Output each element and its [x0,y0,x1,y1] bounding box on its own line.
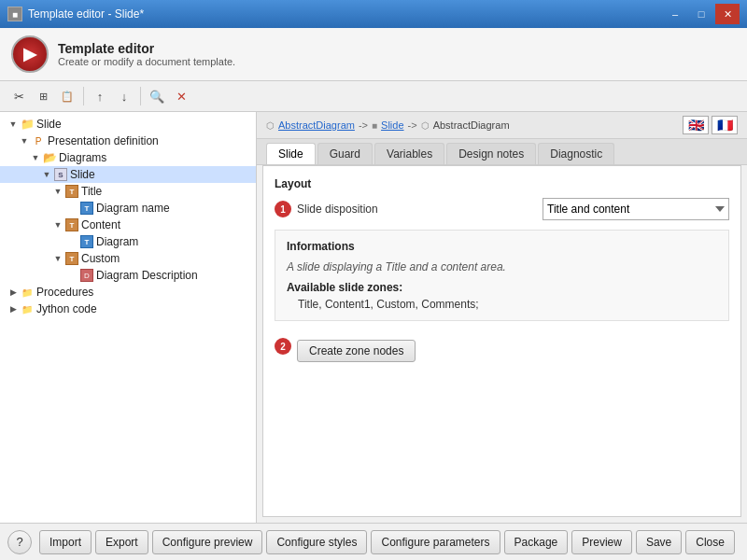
separator-1 [83,87,84,105]
package-button[interactable]: Package [504,530,569,554]
tab-design-notes[interactable]: Design notes [446,143,536,164]
tabs-container: Slide Guard Variables Design notes Diagn… [257,139,747,165]
tree-label: Content [81,218,120,231]
breadcrumb-arrow-2: -> [408,119,417,131]
content-icon: T [64,217,79,232]
tree-item-slide[interactable]: ▼ S Slide [0,166,256,183]
folder-icon: 📁 [20,117,35,132]
tree-label: Jython code [36,302,97,315]
export-button[interactable]: Export [95,530,148,554]
help-button[interactable]: ? [7,530,32,554]
breadcrumb-link-1[interactable]: AbstractDiagram [278,119,355,131]
tree-label: Diagrams [59,151,106,164]
collapse-arrow: ▼ [52,219,63,231]
tree-item-diagrams[interactable]: ▼ 📂 Diagrams [0,149,256,166]
bottom-bar: ? Import Export Configure preview Config… [0,523,747,560]
copy-button[interactable]: 📋 [56,85,78,107]
tree-item-diagram[interactable]: T Diagram [0,233,256,250]
disposition-select[interactable]: Title and content Title only Blank Conte… [543,198,729,220]
tree-label: Slide [70,168,95,181]
diag-name-icon: T [79,201,94,216]
breadcrumb-arrow-1: -> [359,119,368,131]
collapse-arrow-spacer [67,270,78,281]
maximize-button[interactable]: □ [689,4,713,24]
diagram-icon: T [79,234,94,249]
create-badge: 2 [275,338,291,355]
flag-fr-button[interactable]: 🇫🇷 [712,116,738,134]
disposition-label: Slide disposition [297,203,543,216]
diagrams-folder-icon: 📂 [42,150,57,165]
tree-label: Presentation definition [48,134,159,147]
proc-folder-icon: 📁 [20,285,35,300]
pres-icon: P [31,133,46,148]
tree-item-title[interactable]: ▼ T Title [0,183,256,200]
tree-label: Diagram [96,235,138,248]
app-icon: ■ [7,7,22,21]
header-text: Template editor Create or modify a docum… [58,41,235,67]
breadcrumb-icon-3: ⬡ [421,120,430,131]
tree-label: Diagram name [96,202,170,215]
collapse-arrow: ▶ [7,303,19,315]
layout-section-title: Layout [275,177,729,190]
tab-diagnostic[interactable]: Diagnostic [538,143,614,164]
custom-icon: T [64,251,79,266]
move-up-button[interactable]: ↑ [89,85,111,107]
cut-button[interactable]: ✂ [7,85,30,107]
close-button[interactable]: ✕ [715,4,740,24]
breadcrumb: ⬡ AbstractDiagram -> ■ Slide -> ⬡ Abstra… [257,112,747,139]
collapse-arrow: ▼ [52,186,63,197]
create-zone-row: 2 Create zone nodes [275,330,729,362]
search-button[interactable]: 🔍 [146,85,168,107]
flag-en-button[interactable]: 🇬🇧 [683,116,709,134]
tree-item-presentation[interactable]: ▼ P Presentation definition [0,133,256,149]
info-box: Informations A slide displaying a Title … [275,230,729,321]
tree-item-content[interactable]: ▼ T Content [0,217,256,233]
close-button[interactable]: Close [685,530,735,554]
breadcrumb-link-2[interactable]: Slide [381,119,403,131]
tab-slide[interactable]: Slide [266,143,316,164]
tab-content: Layout 1 Slide disposition Title and con… [262,165,741,517]
titlebar-title: Template editor - Slide* [28,7,144,21]
configure-parameters-button[interactable]: Configure parameters [371,530,500,554]
create-zone-nodes-button[interactable]: Create zone nodes [297,340,416,362]
move-down-button[interactable]: ↓ [113,85,135,107]
tree-item-slide-root[interactable]: ▼ 📁 Slide [0,116,256,133]
add-button[interactable]: ⊞ [32,85,54,107]
zones-label: Available slide zones: [287,281,402,294]
collapse-arrow: ▼ [52,253,63,264]
main-area: ▼ 📁 Slide ▼ P Presentation definition ▼ … [0,112,747,523]
tab-guard[interactable]: Guard [317,143,373,164]
import-button[interactable]: Import [39,530,92,554]
info-text: A slide displaying a Title and a content… [287,260,717,273]
right-panel: ⬡ AbstractDiagram -> ■ Slide -> ⬡ Abstra… [257,112,747,523]
tree-label: Procedures [36,286,93,299]
tree-item-jython[interactable]: ▶ 📁 Jython code [0,301,256,317]
configure-preview-button[interactable]: Configure preview [152,530,263,554]
collapse-arrow: ▼ [41,169,52,180]
title-icon: T [64,184,79,199]
tree-label: Diagram Description [96,269,198,282]
collapse-arrow: ▼ [30,152,41,163]
save-button[interactable]: Save [636,530,682,554]
tab-variables[interactable]: Variables [374,143,444,164]
tree-label: Title [81,185,102,198]
collapse-arrow: ▼ [7,119,19,130]
app-title: Template editor [58,41,235,56]
zones-container: Available slide zones: Title, Content1, … [287,281,717,311]
tree-item-diagram-name[interactable]: T Diagram name [0,200,256,217]
delete-button[interactable]: ✕ [170,85,192,107]
lang-flags: 🇬🇧 🇫🇷 [683,116,738,134]
tree-item-custom[interactable]: ▼ T Custom [0,250,256,267]
preview-button[interactable]: Preview [571,530,632,554]
tree-item-procedures[interactable]: ▶ 📁 Procedures [0,284,256,301]
disposition-row: 1 Slide disposition Title and content Ti… [275,198,729,220]
header: ▶ Template editor Create or modify a doc… [0,28,747,81]
collapse-arrow-spacer [67,236,78,247]
minimize-button[interactable]: – [663,4,687,24]
slide-icon: S [53,167,68,182]
titlebar-left: ■ Template editor - Slide* [7,7,144,21]
disposition-badge: 1 [275,201,291,217]
collapse-arrow-spacer [67,203,78,214]
configure-styles-button[interactable]: Configure styles [266,530,367,554]
tree-item-diagram-desc[interactable]: D Diagram Description [0,267,256,284]
